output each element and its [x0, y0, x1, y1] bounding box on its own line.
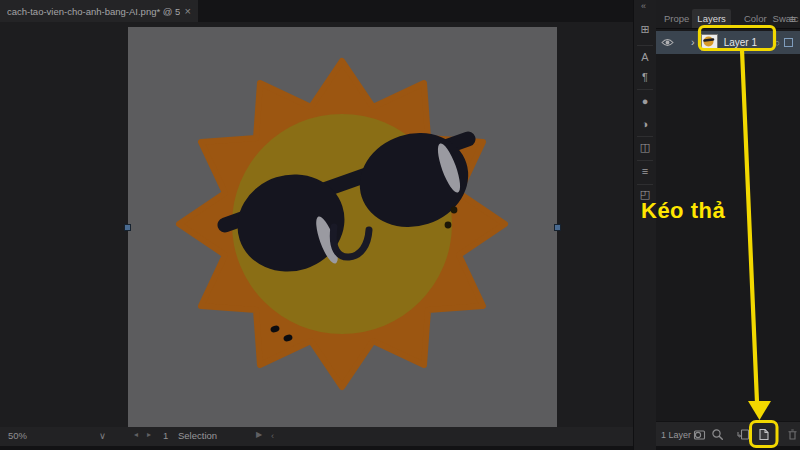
expand-layer-icon[interactable]: ›: [691, 37, 695, 48]
freckle-dot: [445, 222, 452, 229]
zoom-level-value[interactable]: 50%: [8, 431, 27, 441]
tab-color[interactable]: Color: [741, 9, 770, 28]
illustrator-window: cach-tao-vien-cho-anh-bang-AI.png* @ 50%…: [0, 0, 800, 450]
artboard-number-field[interactable]: 1: [163, 431, 168, 441]
status-menu-arrow-icon[interactable]: ▶: [256, 431, 262, 439]
canvas-area[interactable]: [0, 22, 633, 427]
layer-selection-indicator[interactable]: [784, 38, 793, 47]
panel-menu-icon[interactable]: ≡: [790, 13, 796, 25]
color-panel-icon[interactable]: ●: [634, 96, 656, 107]
panel-tab-bar: Prope Layers Color Swatc Color: [656, 10, 800, 28]
layer-target-icon[interactable]: ○: [775, 38, 780, 48]
grid-panel-icon[interactable]: ⊞: [634, 24, 656, 35]
close-tab-icon[interactable]: ×: [185, 6, 191, 17]
tab-properties[interactable]: Prope: [661, 9, 692, 28]
artboard-first-icon[interactable]: ◂: [134, 431, 138, 439]
annotation-label: Kéo thả: [641, 198, 725, 224]
document-tab[interactable]: cach-tao-vien-cho-anh-bang-AI.png* @ 50%…: [0, 0, 198, 22]
delete-selection-button[interactable]: [785, 427, 800, 442]
layer-name[interactable]: Layer 1: [724, 37, 757, 48]
layer-thumbnail[interactable]: [701, 34, 718, 51]
create-new-sublayer-button[interactable]: [736, 427, 751, 442]
document-title: cach-tao-vien-cho-anh-bang-AI.png* @ 50%…: [7, 6, 180, 17]
panel-dock: « ⊞ A ¶ ● ◑ ◫ ≡ ◰: [633, 0, 656, 450]
freckle-dot: [451, 207, 458, 214]
gradient-panel-icon[interactable]: ◑: [634, 119, 656, 130]
layers-panel-footer: 1 Layer: [656, 421, 800, 446]
layers-panel: Prope Layers Color Swatc Color ≡ ›: [656, 0, 800, 450]
make-clipping-mask-button[interactable]: [692, 427, 707, 442]
locate-object-button[interactable]: [710, 427, 725, 442]
layer-row[interactable]: › Layer 1 ○: [656, 31, 800, 54]
transparency-panel-icon[interactable]: ◫: [634, 142, 656, 153]
selection-handle[interactable]: [124, 224, 131, 231]
document-tab-bar: cach-tao-vien-cho-anh-bang-AI.png* @ 50%…: [0, 0, 633, 22]
character-panel-icon[interactable]: A: [634, 52, 656, 63]
dock-divider: [637, 45, 653, 46]
status-text: Selection: [178, 431, 217, 441]
dock-divider: [637, 89, 653, 90]
visibility-eye-icon[interactable]: [661, 38, 674, 47]
zoom-dropdown-icon[interactable]: ∨: [99, 431, 106, 441]
paragraph-panel-icon[interactable]: ¶: [634, 72, 656, 83]
selection-handle[interactable]: [554, 224, 561, 231]
layers-list: › Layer 1 ○: [656, 28, 800, 421]
status-bar: 50% ∨ ◂ ▸ 1 Selection ▶ ‹: [0, 427, 633, 446]
stroke-panel-icon[interactable]: ≡: [634, 166, 656, 177]
dock-divider: [637, 136, 653, 137]
window-edge: [656, 446, 800, 450]
scroll-left-icon[interactable]: ‹: [271, 431, 274, 441]
sun-artwork[interactable]: [128, 27, 557, 427]
layer-count: 1 Layer: [661, 430, 691, 440]
collapse-panels-icon[interactable]: «: [641, 1, 646, 11]
artboard-prev-icon[interactable]: ▸: [147, 431, 151, 439]
dock-divider: [637, 160, 653, 161]
placed-image[interactable]: [128, 27, 557, 427]
dock-divider: [637, 184, 653, 185]
tab-layers[interactable]: Layers: [692, 9, 731, 28]
create-new-layer-button[interactable]: [756, 427, 771, 442]
window-edge: [0, 446, 633, 450]
